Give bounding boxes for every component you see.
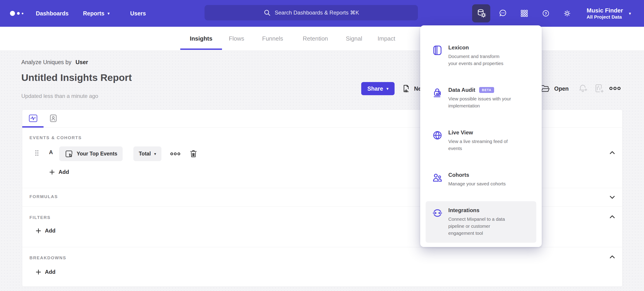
menu-item-title: Cohorts [448, 172, 506, 178]
project-switcher[interactable]: Music Finder All Project Data ▾ [587, 0, 631, 27]
event-selector-button[interactable]: Your Top Events [59, 146, 123, 161]
metric-selector-button[interactable]: Total ▾ [133, 146, 162, 161]
profiles-view-tab[interactable] [50, 114, 57, 122]
report-type-tabs: Insights Flows Funnels Retention Signal … [0, 27, 644, 51]
menu-item-data-audit[interactable]: Data Audit BETA View possible issues wit… [426, 81, 536, 115]
help-button[interactable]: ? [540, 0, 551, 27]
delete-event-button[interactable] [189, 149, 198, 158]
events-view-tab[interactable] [28, 114, 38, 122]
analyze-line: Analyze Uniques by User [21, 59, 88, 65]
tab-flows[interactable]: Flows [229, 27, 244, 50]
menu-item-title: Data Audit [448, 87, 475, 93]
search-icon [263, 9, 271, 16]
apps-grid-button[interactable] [519, 0, 530, 27]
menu-item-description: Document and transform your events and p… [448, 53, 506, 67]
metric-label: Total [139, 151, 151, 157]
trash-icon [189, 149, 198, 158]
open-report-button[interactable]: Open [539, 82, 570, 95]
tab-signal[interactable]: Signal [346, 27, 362, 50]
collapse-filters-chevron[interactable] [609, 214, 616, 221]
events-section-label: EVENTS & COHORTS [30, 135, 82, 140]
tab-insights[interactable]: Insights [190, 27, 212, 50]
logo-dot-small [22, 13, 23, 14]
menu-item-description: Connect Mixpanel to a data pipeline or c… [448, 216, 508, 237]
plus-icon [49, 169, 55, 175]
menu-item-lexicon[interactable]: Lexicon Document and transform your even… [426, 38, 536, 73]
chevron-down-icon: ▾ [154, 152, 156, 155]
expand-formulas-chevron[interactable] [609, 194, 616, 201]
chevron-down-icon: ▾ [629, 11, 631, 16]
menu-item-cohorts[interactable]: Cohorts Manage your saved cohorts [426, 166, 536, 193]
add-event-button[interactable]: Add [49, 169, 69, 175]
open-label: Open [554, 85, 569, 92]
breakdowns-section-label: BREAKDOWNS [30, 256, 66, 261]
event-more-button[interactable] [170, 152, 180, 156]
nav-link-reports[interactable]: Reports ▾ [83, 0, 110, 27]
mixpanel-app: Dashboards Reports ▾ Users Search Dashbo… [0, 0, 644, 291]
data-management-button[interactable] [472, 4, 490, 22]
breakdowns-section: BREAKDOWNS Add [22, 247, 622, 287]
question-mark-icon: ? [541, 8, 551, 18]
event-name: Your Top Events [77, 151, 117, 157]
more-actions-button[interactable] [609, 86, 621, 91]
gear-icon [562, 8, 572, 18]
collapse-events-chevron[interactable] [609, 149, 616, 156]
share-label: Share [367, 85, 383, 92]
feedback-button[interactable] [498, 0, 508, 27]
add-label: Add [58, 169, 69, 175]
add-to-board-button[interactable] [594, 83, 604, 93]
filters-section-label: FILTERS [30, 215, 50, 220]
lock-audit-icon [432, 87, 443, 109]
menu-item-title: Lexicon [448, 44, 506, 51]
tab-funnels[interactable]: Funnels [262, 27, 283, 50]
plus-icon [35, 228, 42, 234]
globe-icon [432, 129, 443, 152]
svg-text:?: ? [545, 11, 547, 16]
lexicon-book-icon [432, 44, 443, 67]
alert-bell-plus-button[interactable] [578, 83, 588, 93]
chart-plus-icon [594, 83, 604, 93]
grid-icon [519, 8, 529, 18]
mixpanel-logo[interactable] [10, 0, 23, 27]
add-label: Add [45, 228, 56, 234]
event-cursor-icon [65, 150, 73, 158]
drag-handle-icon[interactable] [35, 150, 39, 157]
logo-dot-medium [17, 12, 20, 15]
add-breakdown-button[interactable]: Add [35, 269, 56, 275]
chevron-down-icon: ▾ [386, 87, 388, 91]
nav-link-users[interactable]: Users [130, 0, 146, 27]
menu-item-live-view[interactable]: Live View View a live streaming feed of … [426, 123, 536, 158]
logo-dot-large [10, 11, 15, 16]
nav-link-dashboards[interactable]: Dashboards [36, 0, 68, 27]
menu-item-description: Manage your saved cohorts [448, 180, 506, 187]
analyze-entity[interactable]: User [76, 59, 88, 65]
database-gear-icon [476, 8, 486, 18]
settings-button[interactable] [562, 0, 572, 27]
share-button[interactable]: Share ▾ [361, 82, 394, 95]
beta-badge: BETA [479, 87, 494, 93]
people-icon [432, 172, 443, 187]
updated-timestamp: Updated less than a minute ago [21, 93, 98, 99]
data-management-menu: Lexicon Document and transform your even… [420, 25, 542, 247]
user-card-icon [50, 114, 57, 122]
search-input[interactable]: Search Dashboards & Reports ⌘K [204, 5, 418, 20]
report-title[interactable]: Untitled Insights Report [21, 72, 132, 83]
formulas-section-label: FORMULAS [30, 194, 58, 199]
menu-item-description: View possible issues with your implement… [448, 95, 516, 109]
project-name: Music Finder [587, 7, 623, 14]
series-letter: A [49, 149, 53, 155]
project-subtitle: All Project Data [587, 14, 623, 20]
plus-icon [35, 269, 42, 275]
menu-item-integrations[interactable]: Integrations Connect Mixpanel to a data … [426, 201, 536, 243]
add-label: Add [45, 269, 56, 275]
collapse-breakdowns-chevron[interactable] [609, 254, 616, 261]
folder-open-icon [540, 84, 550, 93]
tab-retention[interactable]: Retention [303, 27, 328, 50]
add-filter-button[interactable]: Add [35, 228, 56, 234]
ellipsis-icon [609, 86, 621, 91]
search-placeholder: Search Dashboards & Reports ⌘K [274, 9, 359, 16]
menu-item-title: Integrations [448, 207, 508, 214]
pulse-chart-icon [28, 114, 38, 122]
tab-impact[interactable]: Impact [378, 27, 395, 50]
menu-item-title: Live View [448, 129, 513, 136]
